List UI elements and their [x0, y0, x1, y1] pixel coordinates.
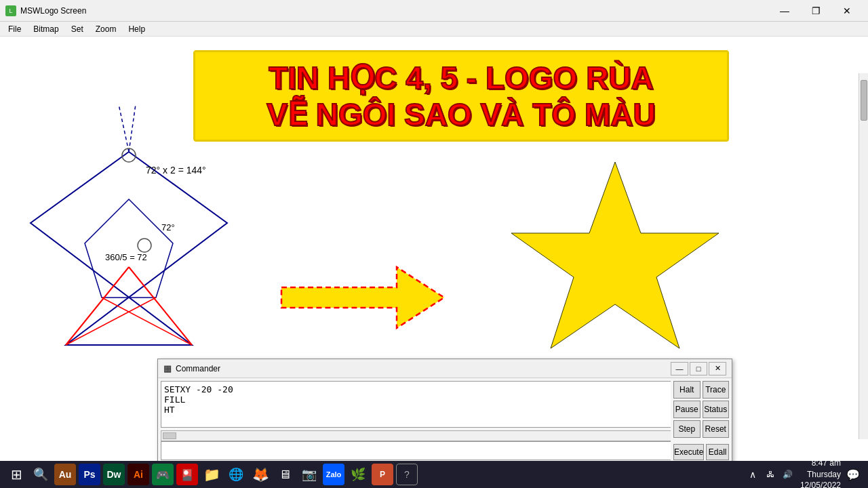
taskbar-app-last[interactable]: ?: [396, 464, 418, 485]
h-scroll-thumb[interactable]: [163, 432, 176, 439]
close-button[interactable]: ✕: [831, 0, 863, 22]
commander-maximize-button[interactable]: □: [690, 362, 707, 375]
maximize-button[interactable]: ❐: [800, 0, 831, 22]
main-canvas-area: TIN HỌC 4, 5 - LOGO RÙA VẼ NGÔI SAO VÀ T…: [0, 37, 868, 464]
horizontal-scrollbar[interactable]: [161, 430, 671, 441]
cmd-line-1: SETXY -20 -20: [164, 384, 668, 394]
tray-arrow[interactable]: ∧: [746, 468, 760, 481]
commander-icon: ▦: [163, 363, 172, 373]
taskbar-windows-icon[interactable]: ⊞: [5, 464, 27, 485]
banner-line2: VẼ NGÔI SAO VÀ TÔ MÀU: [267, 96, 655, 133]
system-tray: ∧ 🖧 🔊: [746, 468, 795, 481]
execute-row: Execute Edall: [673, 444, 729, 460]
menu-bar: File Bitmap Set Zoom Help: [0, 22, 868, 37]
taskbar-app-dw[interactable]: Dw: [103, 464, 125, 485]
right-scrollbar[interactable]: [859, 73, 868, 439]
red-line-2: [129, 267, 192, 345]
title-bar-left: L MSWLogo Screen: [5, 5, 86, 16]
scrollbar-thumb[interactable]: [861, 80, 867, 121]
taskbar-app-camera[interactable]: 📷: [298, 464, 320, 485]
menu-bitmap[interactable]: Bitmap: [28, 23, 64, 35]
label-360: 360/5 = 72: [105, 252, 147, 262]
clock-day: Thursday: [800, 469, 841, 481]
commander-window: ▦ Commander — □ ✕ SETXY -20 -20 FILL HT: [157, 359, 732, 464]
filled-star-right: [511, 162, 719, 348]
label-144: 72° x 2 = 144°: [146, 165, 206, 176]
scrollbar-track: [859, 73, 868, 439]
taskbar-app-firefox[interactable]: 🦊: [250, 464, 271, 485]
edall-button[interactable]: Edall: [706, 444, 729, 460]
command-output-area: SETXY -20 -20 FILL HT: [161, 381, 671, 428]
taskbar-app-green[interactable]: 🎮: [152, 464, 174, 485]
commander-left-panel: SETXY -20 -20 FILL HT: [158, 378, 671, 463]
button-row-3: Step Reset: [673, 420, 729, 438]
reset-button[interactable]: Reset: [703, 420, 730, 438]
command-input[interactable]: [161, 442, 671, 460]
red-line-3: [66, 298, 156, 345]
taskbar-right: ∧ 🖧 🔊 8:47 am Thursday 12/05/2022 💬: [746, 458, 868, 488]
taskbar-app-ppt[interactable]: P: [372, 464, 393, 485]
app-icon: L: [5, 5, 16, 16]
commander-body: SETXY -20 -20 FILL HT Halt Trace: [158, 378, 732, 463]
commander-right-panel: Halt Trace Pause Status Step Reset Execu…: [671, 378, 732, 463]
menu-help[interactable]: Help: [123, 23, 151, 35]
banner-line1: TIN HỌC 4, 5 - LOGO RÙA: [269, 60, 654, 96]
dashed-line-top: [129, 104, 136, 152]
app-title: MSWLogo Screen: [20, 6, 86, 16]
clock-time: 8:47 am: [800, 458, 841, 469]
title-bar-controls: — ❐ ✕: [769, 0, 863, 22]
taskbar-search-icon[interactable]: 🔍: [30, 464, 52, 485]
taskbar-app-ps[interactable]: Ps: [79, 464, 100, 485]
star-outline-left: [31, 152, 227, 345]
star-inner-pentagon: [85, 199, 173, 298]
taskbar-app-au[interactable]: Au: [54, 464, 76, 485]
command-input-area[interactable]: [161, 441, 671, 460]
execute-button[interactable]: Execute: [673, 444, 704, 460]
taskbar-app-zalo[interactable]: Zalo: [323, 464, 344, 485]
button-row-1: Halt Trace: [673, 381, 729, 399]
red-line-1: [66, 267, 129, 345]
taskbar-app-network[interactable]: 🌐: [225, 464, 247, 485]
commander-minimize-button[interactable]: —: [671, 362, 688, 375]
dashed-arrow: [281, 267, 444, 328]
taskbar-app-ai[interactable]: Ai: [127, 464, 149, 485]
pause-button[interactable]: Pause: [673, 401, 701, 418]
tray-network[interactable]: 🖧: [764, 468, 777, 481]
taskbar-app-leaf[interactable]: 🌿: [347, 464, 369, 485]
cmd-line-3: HT: [164, 405, 668, 415]
button-row-2: Pause Status: [673, 401, 729, 418]
tray-notification[interactable]: 💬: [846, 468, 860, 481]
title-bar: L MSWLogo Screen — ❐ ✕: [0, 0, 868, 22]
taskbar-apps: ⊞ 🔍 Au Ps Dw Ai 🎮 🎴 📁 🌐 🦊 🖥 📷 Zalo 🌿 P ?: [0, 464, 418, 485]
commander-title-left: ▦ Commander: [163, 363, 220, 373]
commander-title-text: Commander: [176, 364, 220, 373]
banner: TIN HỌC 4, 5 - LOGO RÙA VẼ NGÔI SAO VÀ T…: [193, 50, 729, 142]
trace-button[interactable]: Trace: [703, 381, 730, 399]
taskbar-app-folder[interactable]: 📁: [201, 464, 222, 485]
step-button[interactable]: Step: [673, 420, 701, 438]
menu-zoom[interactable]: Zoom: [90, 23, 122, 35]
clock-date: 12/05/2022: [800, 480, 841, 488]
svg-marker-1: [511, 162, 719, 348]
commander-title-controls: — □ ✕: [671, 362, 726, 375]
commander-close-button[interactable]: ✕: [709, 362, 726, 375]
tray-volume[interactable]: 🔊: [781, 468, 795, 481]
clock[interactable]: 8:47 am Thursday 12/05/2022: [800, 458, 841, 488]
svg-marker-0: [281, 267, 444, 328]
taskbar: ⊞ 🔍 Au Ps Dw Ai 🎮 🎴 📁 🌐 🦊 🖥 📷 Zalo 🌿 P ?: [0, 461, 868, 488]
menu-file[interactable]: File: [3, 23, 26, 35]
dashed-line-top2: [119, 104, 129, 152]
menu-set[interactable]: Set: [66, 23, 89, 35]
minimize-button[interactable]: —: [769, 0, 800, 22]
angle-circle-mid: [138, 239, 151, 252]
taskbar-app-red[interactable]: 🎴: [176, 464, 198, 485]
status-button[interactable]: Status: [703, 401, 730, 418]
taskbar-app-monitor[interactable]: 🖥: [274, 464, 296, 485]
commander-title-bar: ▦ Commander — □ ✕: [158, 359, 732, 378]
halt-button[interactable]: Halt: [673, 381, 701, 399]
label-72: 72°: [161, 222, 175, 232]
red-line-4: [102, 298, 192, 345]
cmd-line-2: FILL: [164, 394, 668, 405]
